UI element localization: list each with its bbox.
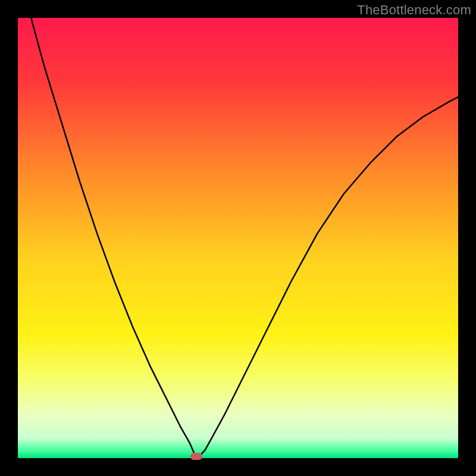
bottleneck-curve: [18, 18, 458, 458]
chart-frame: TheBottleneck.com: [0, 0, 476, 476]
watermark-text: TheBottleneck.com: [357, 2, 471, 18]
optimal-marker: [190, 453, 202, 460]
plot-area: [18, 18, 458, 458]
